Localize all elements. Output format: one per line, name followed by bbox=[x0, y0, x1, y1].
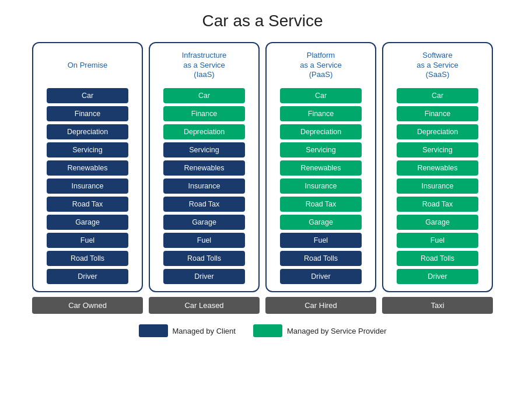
item-on-premise-0: Car bbox=[47, 88, 128, 103]
item-paas-3: Servicing bbox=[280, 142, 362, 158]
item-paas-4: Renewables bbox=[280, 160, 362, 176]
item-on-premise-7: Garage bbox=[47, 215, 128, 230]
column-header-iaas: Infrastructure as a Service (IaaS) bbox=[182, 50, 227, 80]
item-on-premise-3: Servicing bbox=[47, 142, 128, 158]
item-on-premise-6: Road Tax bbox=[47, 197, 128, 212]
item-saas-9: Road Tolls bbox=[397, 251, 478, 266]
column-card-paas: Platform as a Service (PaaS)CarFinanceDe… bbox=[265, 42, 376, 292]
item-on-premise-2: Depreciation bbox=[47, 124, 128, 139]
column-footer-iaas: Car Leased bbox=[149, 297, 260, 314]
item-paas-9: Road Tolls bbox=[280, 251, 362, 266]
column-header-on-premise: On Premise bbox=[68, 50, 108, 80]
item-iaas-4: Renewables bbox=[163, 160, 245, 176]
legend: Managed by Client Managed by Service Pro… bbox=[139, 324, 387, 337]
item-iaas-6: Road Tax bbox=[163, 197, 245, 212]
column-paas: Platform as a Service (PaaS)CarFinanceDe… bbox=[265, 42, 376, 314]
item-paas-10: Driver bbox=[280, 269, 362, 284]
column-header-saas: Software as a Service (SaaS) bbox=[416, 50, 459, 80]
item-on-premise-8: Fuel bbox=[47, 233, 128, 248]
item-on-premise-10: Driver bbox=[47, 269, 128, 284]
item-saas-2: Depreciation bbox=[397, 124, 478, 139]
item-iaas-5: Insurance bbox=[163, 178, 245, 194]
column-footer-paas: Car Hired bbox=[265, 297, 376, 314]
item-iaas-10: Driver bbox=[163, 269, 245, 284]
item-iaas-8: Fuel bbox=[163, 233, 245, 248]
item-iaas-9: Road Tolls bbox=[163, 251, 245, 266]
legend-provider-label: Managed by Service Provider bbox=[287, 327, 387, 335]
item-saas-6: Road Tax bbox=[397, 197, 478, 212]
item-saas-10: Driver bbox=[397, 269, 478, 284]
item-saas-8: Fuel bbox=[397, 233, 478, 248]
item-paas-0: Car bbox=[280, 88, 362, 103]
item-paas-1: Finance bbox=[280, 106, 362, 121]
column-on-premise: On PremiseCarFinanceDepreciationServicin… bbox=[32, 42, 143, 314]
item-saas-7: Garage bbox=[397, 215, 478, 230]
column-card-iaas: Infrastructure as a Service (IaaS)CarFin… bbox=[149, 42, 260, 292]
page-wrapper: Car as a Service On PremiseCarFinanceDep… bbox=[0, 0, 525, 420]
item-paas-8: Fuel bbox=[280, 233, 362, 248]
columns-container: On PremiseCarFinanceDepreciationServicin… bbox=[18, 42, 508, 314]
legend-provider: Managed by Service Provider bbox=[253, 324, 387, 337]
item-saas-0: Car bbox=[397, 88, 478, 103]
item-saas-3: Servicing bbox=[397, 142, 478, 158]
item-iaas-2: Depreciation bbox=[163, 124, 245, 139]
item-iaas-1: Finance bbox=[163, 106, 245, 121]
item-saas-4: Renewables bbox=[397, 160, 478, 176]
item-on-premise-5: Insurance bbox=[47, 178, 128, 194]
column-saas: Software as a Service (SaaS)CarFinanceDe… bbox=[382, 42, 493, 314]
legend-client: Managed by Client bbox=[139, 324, 236, 337]
legend-client-label: Managed by Client bbox=[173, 327, 236, 335]
column-card-on-premise: On PremiseCarFinanceDepreciationServicin… bbox=[32, 42, 143, 292]
item-on-premise-4: Renewables bbox=[47, 160, 128, 176]
item-paas-7: Garage bbox=[280, 215, 362, 230]
item-paas-2: Depreciation bbox=[280, 124, 362, 139]
column-iaas: Infrastructure as a Service (IaaS)CarFin… bbox=[149, 42, 260, 314]
legend-green-box bbox=[253, 324, 282, 337]
item-iaas-7: Garage bbox=[163, 215, 245, 230]
column-header-paas: Platform as a Service (PaaS) bbox=[300, 50, 342, 80]
column-footer-saas: Taxi bbox=[382, 297, 493, 314]
item-iaas-0: Car bbox=[163, 88, 245, 103]
item-saas-5: Insurance bbox=[397, 178, 478, 194]
column-footer-on-premise: Car Owned bbox=[32, 297, 143, 314]
item-saas-1: Finance bbox=[397, 106, 478, 121]
item-paas-6: Road Tax bbox=[280, 197, 362, 212]
legend-blue-box bbox=[139, 324, 168, 337]
page-title: Car as a Service bbox=[202, 12, 323, 30]
column-card-saas: Software as a Service (SaaS)CarFinanceDe… bbox=[382, 42, 493, 292]
item-on-premise-1: Finance bbox=[47, 106, 128, 121]
item-iaas-3: Servicing bbox=[163, 142, 245, 158]
item-on-premise-9: Road Tolls bbox=[47, 251, 128, 266]
item-paas-5: Insurance bbox=[280, 178, 362, 194]
